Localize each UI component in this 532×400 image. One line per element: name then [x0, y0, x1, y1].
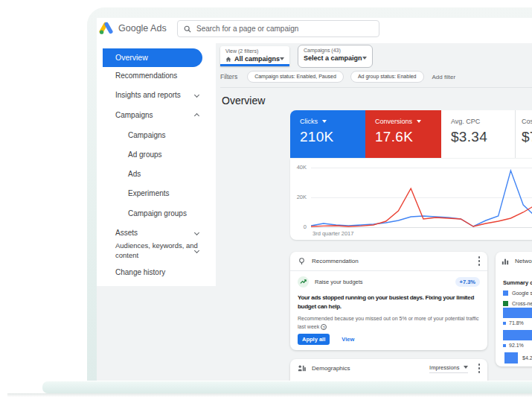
google-ads-app: Google Ads Search for a page or campaign… [97, 18, 532, 381]
sidebar-item-campaign-groups[interactable]: Campaign groups [128, 209, 187, 219]
campaign-selector-caption: Campaigns (43) [304, 48, 367, 53]
home-icon [225, 56, 231, 63]
y-axis-tick: 0 [290, 223, 307, 230]
network-bar [504, 352, 518, 364]
search-placeholder: Search for a page or campaign [196, 25, 298, 33]
scorecards-row: Clicks 210K Conversions 17.6K Avg. CPC $… [290, 110, 532, 158]
logo-text: Google Ads [118, 23, 167, 34]
sidebar-item-insights-and-reports[interactable]: Insights and reports [115, 90, 181, 101]
campaign-selector-dropdown[interactable]: Campaigns (43) Select a campaign [298, 45, 373, 68]
network-card-title: Network [515, 258, 532, 264]
legend-item: Google s [503, 291, 532, 296]
page-title: Overview [222, 95, 265, 107]
scorecard-avg-cpc-label: Avg. CPC [451, 118, 480, 125]
uplift-badge: +7.3% [455, 277, 480, 287]
trending-up-icon [298, 276, 309, 288]
legend-swatch [503, 322, 506, 325]
network-bar [503, 308, 532, 318]
dropdown-caret-icon [417, 120, 421, 123]
network-bar [503, 330, 532, 340]
filter-chip-campaign-status[interactable]: Campaign status: Enabled, Paused [247, 71, 344, 83]
recommendation-card: Recommendation Raise your budgets +7.3% … [290, 252, 487, 350]
sidebar-item-experiments[interactable]: Experiments [128, 188, 170, 199]
google-ads-logo: Google Ads [99, 22, 167, 34]
filter-chip-ad-group-status[interactable]: Ad group status: Enabled [350, 71, 424, 83]
view-button[interactable]: View [342, 336, 354, 343]
scorecard-clicks-label[interactable]: Clicks [300, 118, 318, 125]
view-selector-value: All campaigns [234, 55, 280, 63]
network-bar-value: 71.8% [503, 320, 524, 326]
demographics-icon [298, 364, 306, 372]
demographics-card-title: Demographics [312, 365, 350, 372]
app-header: Google Ads Search for a page or campaign [97, 18, 532, 43]
more-options-icon[interactable] [478, 256, 481, 266]
filters-label: Filters [220, 73, 237, 80]
more-options-icon[interactable] [478, 364, 481, 373]
scorecard-cost[interactable]: Cost $7 [515, 110, 532, 158]
scorecard-conversions-value: 17.6K [375, 129, 441, 145]
trend-line-chart [311, 159, 532, 240]
scorecard-conversions-label[interactable]: Conversions [375, 118, 412, 125]
demographics-card: Demographics Impressions [290, 359, 487, 381]
view-selector-caption: View (2 filters) [225, 48, 284, 54]
scorecard-clicks-value: 210K [300, 129, 365, 145]
dropdown-caret-icon [464, 366, 468, 369]
sidebar-item-ad-groups[interactable]: Ad groups [128, 150, 162, 160]
recommendation-title[interactable]: Raise your budgets [315, 279, 363, 285]
laptop-base [42, 381, 532, 393]
view-selector-dropdown[interactable]: View (2 filters) All campaigns [220, 46, 289, 66]
apply-all-button[interactable]: Apply all [298, 334, 330, 345]
network-bar-value: 92.1% [503, 343, 524, 348]
scorecard-avg-cpc-value: $3.34 [451, 129, 515, 145]
sidebar-item-audiences-keywords-content[interactable]: Audiences, keywords, and content [115, 241, 200, 260]
sidebar-item-change-history[interactable]: Change history [115, 267, 165, 278]
x-axis-label: 3rd quarter 2017 [313, 230, 353, 237]
legend-swatch [503, 301, 508, 306]
legend-item: Cross-ne [503, 301, 532, 306]
recommendation-headline: Your ads stopped running on your busiest… [298, 293, 480, 311]
google-ads-logo-icon [99, 22, 113, 34]
dropdown-caret-icon [322, 120, 327, 123]
scorecard-cost-label: Cost [522, 118, 532, 125]
network-bar-value: $4.29 [522, 355, 532, 361]
recommendation-card-title: Recommendation [312, 258, 359, 264]
recommendation-subtext: Recommended because you missed out on 5%… [298, 315, 481, 331]
scorecard-clicks[interactable]: Clicks 210K [290, 110, 365, 158]
sidebar-item-recommendations[interactable]: Recommendations [115, 71, 177, 81]
y-axis-tick: 40K [290, 164, 307, 171]
sidebar-item-campaigns[interactable]: Campaigns [115, 110, 153, 121]
performance-chart-card: 40K 20K 0 3rd quarter 2017 [290, 159, 532, 240]
sidebar-item-campaigns-sub[interactable]: Campaigns [128, 130, 166, 141]
filters-row: Filters Campaign status: Enabled, Paused… [220, 71, 455, 83]
sidebar-item-overview[interactable]: Overview [103, 48, 202, 67]
scorecard-cost-value: $7 [522, 129, 532, 145]
search-input[interactable]: Search for a page or campaign [177, 20, 379, 37]
dropdown-caret-icon [362, 57, 367, 60]
sidebar-item-assets[interactable]: Assets [115, 228, 138, 238]
lightbulb-icon [298, 257, 306, 265]
sidebar-item-ads[interactable]: Ads [128, 169, 141, 180]
divider [220, 87, 532, 88]
add-filter-button[interactable]: Add filter [432, 74, 456, 80]
laptop-base-shadow [7, 393, 532, 397]
legend-swatch [503, 344, 506, 347]
network-card: Network Summary o Google s Cross-ne 71.8… [496, 252, 532, 366]
y-axis-tick: 20K [290, 194, 307, 200]
scorecard-conversions[interactable]: Conversions 17.6K [365, 110, 441, 158]
network-card-subtitle: Summary o [503, 279, 532, 286]
search-icon [184, 25, 191, 33]
scorecard-avg-cpc[interactable]: Avg. CPC $3.34 [441, 110, 515, 158]
divider [290, 270, 487, 271]
impressions-dropdown[interactable]: Impressions [429, 364, 467, 373]
campaign-selector-value: Select a campaign [304, 54, 362, 62]
help-icon[interactable]: ? [321, 324, 327, 330]
legend-swatch [503, 291, 508, 296]
bar-chart-icon [501, 258, 509, 265]
dropdown-caret-icon [280, 57, 284, 60]
